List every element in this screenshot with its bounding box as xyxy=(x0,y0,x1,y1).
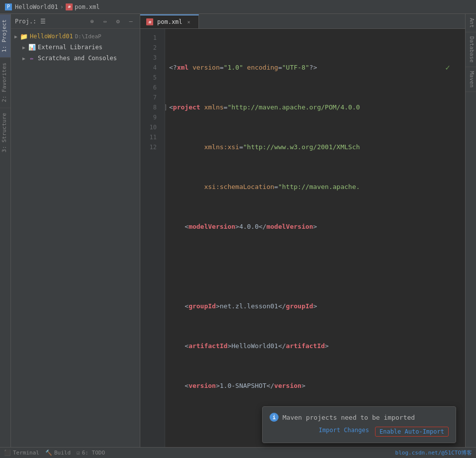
code-punct-7b: > xyxy=(216,301,220,311)
tab-project[interactable]: 1: Project xyxy=(0,14,10,57)
code-punct-9a: < xyxy=(185,381,189,391)
build-icon: 🔨 xyxy=(45,450,52,456)
code-eq-2a: = xyxy=(224,102,228,112)
line-num-11: 11 xyxy=(140,132,161,142)
code-punct-2a: < xyxy=(169,102,173,112)
code-text-5: 4.0.0 xyxy=(239,222,259,232)
tree-item-external-libs[interactable]: ▶ 📊 External Libraries xyxy=(11,42,140,53)
code-space-1a xyxy=(189,63,192,73)
tree-label-external-libs: External Libraries xyxy=(38,44,102,51)
code-tag-9b: version xyxy=(274,381,301,391)
code-space-2 xyxy=(200,102,204,112)
notification-message: Maven projects need to be imported xyxy=(283,414,415,421)
sidebar: Proj.: ☰ ⊕ ⇔ ⚙ — ▶ 📁 HelloWorld01 D:\Ide… xyxy=(11,14,140,447)
code-line-7: <groupId>net.zl.lesson01</groupId> xyxy=(169,301,465,311)
status-build[interactable]: 🔨 Build xyxy=(45,450,71,456)
code-line-9: <version>1.0-SNAPSHOT</version> xyxy=(169,381,465,391)
arrow-external-libs: ▶ xyxy=(21,45,27,50)
sidebar-btn-2[interactable]: ⇔ xyxy=(100,16,110,26)
project-tree: ▶ 📁 HelloWorld01 D:\IdeaP ▶ 📊 External L… xyxy=(11,29,140,447)
sidebar-toolbar: Proj.: ☰ ⊕ ⇔ ⚙ — xyxy=(11,14,140,29)
title-project-name: HelloWorld01 xyxy=(15,3,58,10)
tree-item-scratches[interactable]: ▶ ✏ Scratches and Consoles xyxy=(11,53,140,64)
tab-structure[interactable]: 3: Structure xyxy=(0,107,10,157)
side-label-ant[interactable]: Ant xyxy=(466,14,476,32)
notification-actions: Import Changes Enable Auto-Import xyxy=(270,427,449,437)
maven-file-icon: m xyxy=(66,3,73,10)
side-label-maven[interactable]: Maven xyxy=(466,67,476,92)
code-attr-1b: encoding xyxy=(247,63,279,73)
fold-btn-2[interactable]: − xyxy=(165,104,166,110)
tab-favorites[interactable]: 2: Favorites xyxy=(0,57,10,107)
line-num-8: 8 xyxy=(140,102,161,112)
tab-close-pom-xml[interactable]: × xyxy=(186,18,192,25)
code-indent-7 xyxy=(169,301,185,311)
tree-sublabel-project: D:\IdeaP xyxy=(75,33,101,40)
sidebar-btn-1[interactable]: ⊕ xyxy=(87,16,97,26)
code-punct-8d: > xyxy=(325,341,329,351)
line-num-2: 2 xyxy=(140,43,161,53)
line-numbers: 1 2 3 4 5 6 7 8 9 10 11 12 xyxy=(140,29,165,447)
code-punct-7c: </ xyxy=(278,301,286,311)
notification-header: i Maven projects need to be imported xyxy=(270,413,449,422)
code-tag-8b: artifactId xyxy=(286,341,325,351)
project-icon: P xyxy=(5,3,12,10)
code-val-3a: "http://www.w3.org/2001/XMLSch xyxy=(243,142,360,152)
terminal-icon: ⬛ xyxy=(4,450,11,456)
status-terminal[interactable]: ⬛ Terminal xyxy=(4,450,39,456)
status-bar: ⬛ Terminal 🔨 Build ☑ 6: TODO blog.csdn.n… xyxy=(0,447,476,458)
line-num-7: 7 xyxy=(140,92,161,102)
code-indent-9 xyxy=(169,381,185,391)
line-num-10: 10 xyxy=(140,122,161,132)
code-tag-8a: artifactId xyxy=(189,341,227,351)
code-tag-7a: groupId xyxy=(189,301,216,311)
right-side-panel: Ant Database Maven xyxy=(465,14,476,447)
main-layout: 1: Project 2: Favorites 3: Structure Pro… xyxy=(0,14,476,447)
code-attr-4a: xsi:schemaLocation xyxy=(204,182,274,192)
folder-icon-project: 📁 xyxy=(20,32,28,40)
code-eq-1a: = xyxy=(220,63,224,73)
code-attr-3a: xmlns:xsi xyxy=(204,142,239,152)
code-punct-5b: > xyxy=(235,222,239,232)
code-text-7: net.zl.lesson01 xyxy=(220,301,278,311)
editor-and-right-panel: m pom.xml × 1 2 3 4 5 6 7 8 9 xyxy=(140,14,476,447)
sidebar-btn-gear[interactable]: ⚙ xyxy=(113,16,123,26)
code-punct-5c: </ xyxy=(259,222,267,232)
todo-icon: ☑ xyxy=(77,450,80,456)
notification-info-icon: i xyxy=(270,413,279,422)
code-line-6 xyxy=(169,262,465,272)
status-blog: blog.csdn.net/@51CTO博客 xyxy=(395,449,472,457)
code-punct-5d: > xyxy=(313,222,317,232)
code-punct-1a: <? xyxy=(169,63,177,73)
enable-auto-import-link[interactable]: Enable Auto-Import xyxy=(375,427,449,437)
sidebar-btn-close[interactable]: — xyxy=(126,16,136,26)
terminal-label: Terminal xyxy=(13,450,39,456)
code-attr-2a: xmlns xyxy=(204,102,223,112)
code-line-2: − <project xmlns="http://maven.apache.or… xyxy=(169,102,465,112)
status-todo[interactable]: ☑ 6: TODO xyxy=(77,450,105,456)
tree-item-project-root[interactable]: ▶ 📁 HelloWorld01 D:\IdeaP xyxy=(11,31,140,42)
side-label-database[interactable]: Database xyxy=(466,32,476,67)
code-editor[interactable]: <?xml version="1.0" encoding="UTF-8"?> ✓… xyxy=(165,29,465,447)
code-line-4: xsi:schemaLocation="http://maven.apache. xyxy=(169,182,465,192)
code-val-4a: "http://maven.apache. xyxy=(278,182,360,192)
code-indent-5 xyxy=(169,222,185,232)
code-eq-1b: = xyxy=(278,63,282,73)
code-indent-8 xyxy=(169,341,185,351)
code-eq-3a: = xyxy=(239,142,243,152)
editor-area: m pom.xml × 1 2 3 4 5 6 7 8 9 xyxy=(140,14,465,447)
code-punct-7a: < xyxy=(185,301,189,311)
editor-tabs: m pom.xml × xyxy=(140,14,465,29)
code-keyword-1: xml xyxy=(177,63,189,73)
code-punct-8b: > xyxy=(227,341,231,351)
editor-tab-pom-xml[interactable]: m pom.xml × xyxy=(140,14,199,28)
code-line-5: <modelVersion>4.0.0</modelVersion> xyxy=(169,222,465,232)
code-line-1: <?xml version="1.0" encoding="UTF-8"?> ✓ xyxy=(169,63,465,73)
tree-label-scratches: Scratches and Consoles xyxy=(38,55,117,62)
code-val-1b: "UTF-8" xyxy=(282,63,309,73)
code-tag-5b: modelVersion xyxy=(267,222,313,232)
code-line-8: <artifactId>HelloWorld01</artifactId> xyxy=(169,341,465,351)
code-tag-7b: groupId xyxy=(286,301,313,311)
tab-label-pom-xml: pom.xml xyxy=(157,18,183,25)
import-changes-link[interactable]: Import Changes xyxy=(319,427,369,437)
